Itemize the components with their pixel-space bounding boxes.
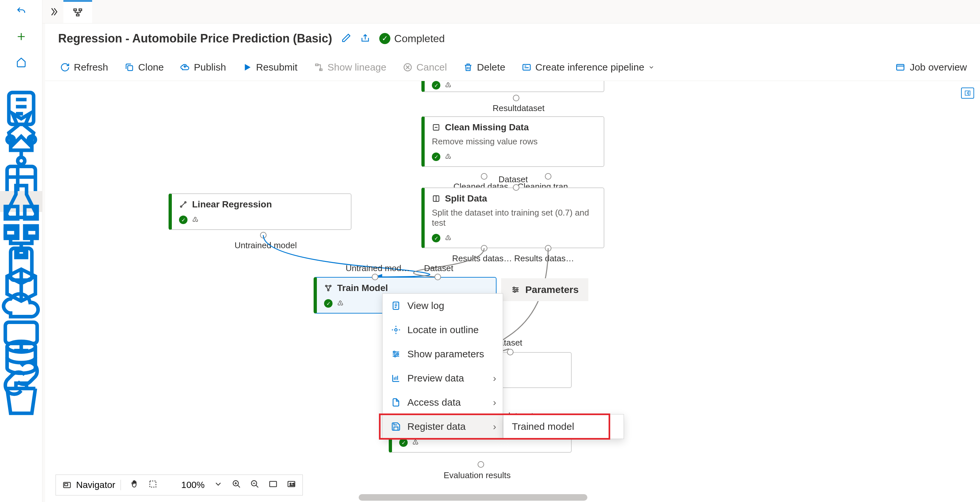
- zoom-in-icon[interactable]: [232, 480, 241, 491]
- edit-title-icon[interactable]: [341, 33, 351, 44]
- menu-show-parameters[interactable]: Show parameters: [382, 342, 503, 366]
- chevron-right-icon: ›: [493, 421, 496, 432]
- port[interactable]: [513, 184, 519, 191]
- port[interactable]: [434, 274, 441, 280]
- svg-point-32: [513, 287, 515, 289]
- undo-icon[interactable]: [16, 6, 27, 17]
- select-tool-icon[interactable]: [148, 480, 158, 491]
- chevron-right-icon: ›: [493, 397, 496, 408]
- context-menu: View log Locate in outline Show paramete…: [382, 293, 503, 439]
- show-lineage-button: Show lineage: [307, 58, 393, 77]
- svg-rect-16: [79, 9, 82, 10]
- title-bar: Regression - Automobile Price Prediction…: [45, 24, 980, 54]
- node-partial-top[interactable]: ✓♳: [422, 81, 605, 92]
- pipeline-status: ✓ Completed: [379, 33, 445, 45]
- svg-rect-41: [65, 483, 68, 486]
- zoom-level[interactable]: 100%: [181, 480, 205, 490]
- port[interactable]: [545, 245, 551, 251]
- svg-point-29: [325, 285, 327, 286]
- add-icon[interactable]: [16, 31, 27, 43]
- pipeline-title: Regression - Automobile Price Prediction…: [58, 32, 332, 45]
- nav-endpoints-icon[interactable]: [0, 295, 43, 316]
- svg-rect-9: [5, 229, 16, 237]
- svg-point-26: [180, 206, 181, 207]
- register-data-submenu: Trained model: [503, 414, 624, 439]
- node-linear-regression[interactable]: Linear Regression ✓♳: [169, 193, 352, 230]
- nav-labeling-icon[interactable]: [0, 389, 43, 410]
- port[interactable]: [477, 461, 484, 468]
- menu-access-data[interactable]: Access data ›: [382, 390, 503, 415]
- svg-rect-17: [76, 14, 79, 16]
- svg-point-39: [394, 355, 396, 357]
- publish-button[interactable]: Publish: [173, 58, 232, 77]
- canvas-bottom-bar: Navigator 100% 1:1: [56, 475, 303, 496]
- pipeline-canvas[interactable]: ✓♳ Resultdataset Clean Missing Data Remo…: [45, 81, 980, 502]
- fit-screen-icon[interactable]: [269, 480, 278, 491]
- menu-view-log[interactable]: View log: [382, 294, 503, 318]
- svg-point-1: [7, 136, 14, 143]
- tab-bar: [43, 0, 980, 24]
- refresh-button[interactable]: Refresh: [54, 58, 115, 77]
- svg-rect-24: [965, 91, 970, 95]
- svg-point-36: [395, 329, 397, 331]
- svg-point-30: [329, 285, 331, 286]
- svg-rect-42: [150, 481, 156, 487]
- share-icon[interactable]: [360, 33, 370, 44]
- svg-rect-18: [128, 66, 133, 71]
- port[interactable]: [513, 95, 519, 101]
- svg-point-38: [397, 353, 399, 355]
- node-clean-missing-data[interactable]: Clean Missing Data Remove missing value …: [422, 116, 605, 167]
- zoom-dropdown-icon[interactable]: [214, 480, 223, 491]
- toolbar: Refresh Clone Publish Resubmit Show line…: [45, 54, 980, 81]
- svg-point-33: [516, 289, 518, 291]
- chevron-right-icon: ›: [493, 373, 496, 384]
- job-overview-button[interactable]: Job overview: [896, 62, 967, 73]
- svg-point-37: [394, 351, 395, 353]
- horizontal-scrollbar[interactable]: [359, 494, 587, 501]
- navigator-button[interactable]: Navigator: [62, 480, 121, 490]
- create-inference-button[interactable]: Create inference pipeline: [515, 58, 662, 77]
- menu-register-data[interactable]: Register data ›: [382, 415, 503, 438]
- pan-tool-icon[interactable]: [130, 480, 139, 491]
- port[interactable]: [481, 173, 487, 180]
- svg-point-31: [328, 289, 329, 291]
- delete-button[interactable]: Delete: [457, 58, 512, 77]
- zoom-out-icon[interactable]: [250, 480, 259, 491]
- expand-panel-icon[interactable]: [47, 5, 61, 19]
- port[interactable]: [260, 232, 267, 238]
- pipeline-tab[interactable]: [64, 0, 92, 23]
- node-split-data[interactable]: Split Data Split the dataset into traini…: [422, 187, 605, 248]
- actual-size-icon[interactable]: 1:1: [287, 480, 296, 491]
- port[interactable]: [507, 349, 514, 355]
- status-success-icon: ✓: [379, 33, 390, 44]
- svg-rect-6: [25, 207, 37, 219]
- cancel-button: Cancel: [396, 58, 453, 77]
- svg-rect-19: [315, 64, 318, 66]
- submenu-trained-model[interactable]: Trained model: [503, 415, 624, 438]
- svg-point-14: [7, 341, 36, 352]
- port[interactable]: [481, 245, 487, 251]
- svg-point-34: [514, 291, 515, 292]
- svg-rect-15: [74, 9, 76, 10]
- menu-preview-data[interactable]: Preview data ›: [382, 366, 503, 390]
- svg-point-2: [29, 136, 36, 143]
- svg-rect-45: [270, 481, 277, 486]
- port[interactable]: [372, 274, 378, 280]
- svg-rect-23: [897, 64, 904, 70]
- home-icon[interactable]: [16, 57, 27, 68]
- menu-locate-outline[interactable]: Locate in outline: [382, 318, 503, 342]
- left-nav-rail: [0, 98, 43, 410]
- clone-button[interactable]: Clone: [118, 58, 170, 77]
- svg-rect-10: [27, 229, 37, 237]
- parameters-panel[interactable]: Parameters: [501, 278, 588, 301]
- svg-rect-5: [5, 207, 18, 219]
- svg-text:1:1: 1:1: [290, 482, 295, 486]
- resubmit-button[interactable]: Resubmit: [236, 58, 304, 77]
- port[interactable]: [545, 173, 551, 180]
- svg-point-27: [185, 202, 186, 203]
- nav-designer-icon[interactable]: [0, 140, 43, 161]
- collapse-panel-icon[interactable]: [961, 87, 974, 98]
